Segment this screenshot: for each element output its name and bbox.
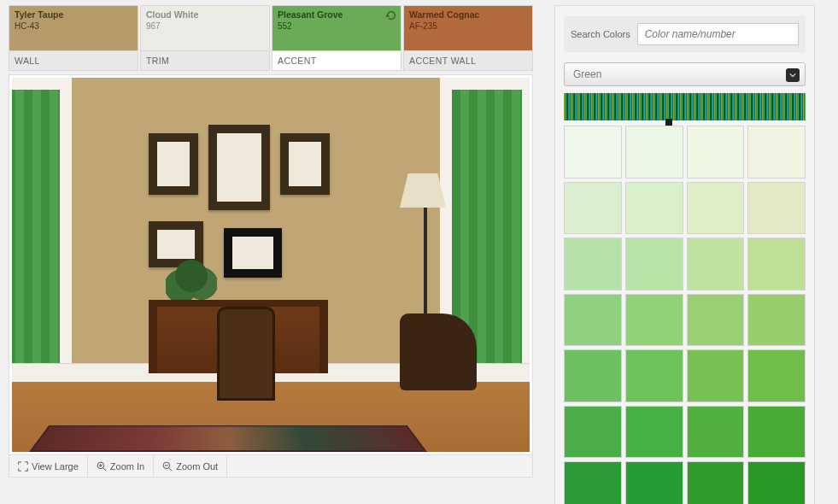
swatch-code: AF-235 — [409, 21, 527, 32]
palette-cell[interactable] — [687, 182, 745, 235]
swatch-name: Cloud White — [146, 9, 264, 21]
color-swatch-accent-wall[interactable]: Warmed CognacAF-235ACCENT WALL — [403, 5, 533, 71]
zoom-in-icon — [97, 461, 107, 472]
palette-cell[interactable] — [625, 294, 683, 347]
refresh-icon[interactable] — [385, 9, 397, 21]
shutter-left — [12, 78, 72, 402]
palette-cell[interactable] — [687, 349, 745, 402]
rug — [29, 425, 427, 452]
palette-cell[interactable] — [625, 461, 683, 504]
search-label: Search Colors — [571, 29, 630, 39]
wall-art — [149, 133, 198, 195]
palette-cell[interactable] — [625, 406, 683, 459]
swatch-name: Tyler Taupe — [15, 9, 132, 21]
swatch-name: Pleasant Grove — [278, 9, 396, 21]
preview-container — [9, 74, 533, 455]
palette-cell[interactable] — [625, 237, 683, 290]
palette-cell[interactable] — [687, 126, 745, 179]
palette-cell[interactable] — [687, 461, 745, 504]
swatch-code: 552 — [278, 21, 396, 32]
lounge-chair — [400, 314, 477, 390]
plant — [166, 255, 217, 307]
chevron-down-icon — [786, 68, 800, 82]
wall-art — [208, 125, 270, 210]
desk-chair — [217, 307, 275, 401]
palette-cell[interactable] — [747, 406, 806, 459]
swatch-role: ACCENT WALL — [404, 50, 532, 70]
left-panel: Tyler TaupeHC-43WALLCloud White967TRIMPl… — [9, 5, 533, 504]
palette-cell[interactable] — [747, 461, 806, 504]
color-family-select[interactable]: Green — [564, 62, 806, 86]
zoom-out-button[interactable]: Zoom Out — [154, 455, 227, 477]
room-preview[interactable] — [12, 78, 530, 452]
wall-art — [280, 133, 330, 195]
search-row: Search Colors — [564, 16, 806, 52]
palette-cell[interactable] — [564, 126, 622, 179]
color-grid — [564, 126, 806, 504]
zoom-out-label: Zoom Out — [176, 461, 218, 472]
zoom-out-icon — [162, 461, 173, 472]
color-spectrum-slider[interactable] — [564, 93, 806, 120]
swatch-role: WALL — [9, 50, 138, 70]
color-swatch-wall[interactable]: Tyler TaupeHC-43WALL — [9, 5, 138, 71]
palette-cell[interactable] — [747, 237, 806, 290]
swatch-code: 967 — [146, 21, 264, 32]
palette-cell[interactable] — [564, 237, 622, 290]
palette-cell[interactable] — [747, 182, 806, 235]
swatch-role: TRIM — [141, 50, 269, 70]
palette-cell[interactable] — [625, 126, 683, 179]
svg-line-5 — [169, 467, 172, 470]
palette-cell[interactable] — [687, 294, 745, 347]
expand-icon — [18, 461, 28, 472]
zoom-in-label: Zoom In — [110, 461, 144, 472]
swatch-code: HC-43 — [15, 21, 132, 32]
palette-cell[interactable] — [747, 349, 806, 402]
color-swatch-accent[interactable]: Pleasant Grove552ACCENT — [272, 5, 401, 71]
swatch-name: Warmed Cognac — [409, 9, 527, 21]
palette-cell[interactable] — [687, 406, 745, 459]
view-large-label: View Large — [32, 461, 79, 472]
palette-cell[interactable] — [564, 182, 622, 235]
palette-cell[interactable] — [564, 406, 622, 459]
palette-cell[interactable] — [747, 126, 806, 179]
color-family-value: Green — [573, 68, 601, 80]
color-picker-panel: Search Colors Green — [554, 5, 815, 504]
palette-cell[interactable] — [625, 349, 683, 402]
palette-cell[interactable] — [564, 349, 622, 402]
palette-cell[interactable] — [747, 294, 806, 347]
zoom-in-button[interactable]: Zoom In — [88, 455, 154, 477]
swatch-role: ACCENT — [272, 50, 401, 70]
color-swatch-trim[interactable]: Cloud White967TRIM — [140, 5, 270, 71]
palette-cell[interactable] — [564, 294, 622, 347]
palette-cell[interactable] — [687, 237, 745, 290]
svg-line-1 — [103, 467, 106, 470]
wall-art — [224, 228, 282, 278]
search-input[interactable] — [637, 23, 799, 45]
swatch-row: Tyler TaupeHC-43WALLCloud White967TRIMPl… — [9, 5, 533, 71]
preview-controls: View Large Zoom In Zoom Out — [9, 455, 533, 478]
view-large-button[interactable]: View Large — [9, 455, 88, 477]
spectrum-marker[interactable] — [665, 119, 672, 126]
palette-cell[interactable] — [625, 182, 683, 235]
palette-cell[interactable] — [564, 461, 622, 504]
